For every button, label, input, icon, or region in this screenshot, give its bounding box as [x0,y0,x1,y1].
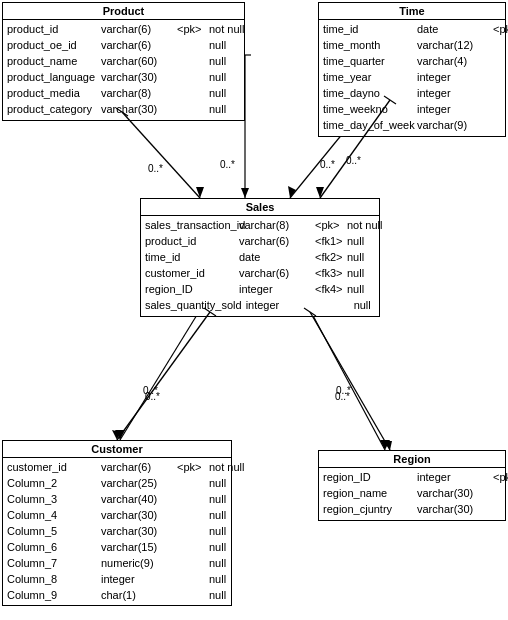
entity-product-title: Product [3,3,244,20]
svg-marker-4 [288,186,296,198]
label-sales-region: 0..* [335,391,350,402]
entity-sales-body: sales_transaction_id varchar(8) <pk> not… [141,216,379,316]
multiplicity-sales-region: 0..* [336,385,351,396]
table-row: customer_id varchar(6) <fk3> null [145,266,375,282]
table-row: sales_transaction_id varchar(8) <pk> not… [145,218,375,234]
table-row: product_id varchar(6) <fk1> null [145,234,375,250]
entity-customer-body: customer_id varchar(6) <pk> not null Col… [3,458,231,605]
table-row: product_media varchar(8) null [7,86,240,102]
table-row: product_id varchar(6) <pk> not null [7,22,240,38]
table-row: time_quarter varchar(4) n [323,54,501,70]
svg-marker-1 [241,188,249,198]
multiplicity-sales-customer: 0..* [143,385,158,396]
table-row: Column_3 varchar(40) null [7,492,227,508]
svg-marker-19 [384,441,392,450]
table-row: time_year integer n [323,70,501,86]
svg-line-15 [117,312,210,440]
entity-customer-title: Customer [3,441,231,458]
diagram: 0..* 0..* 0..* 0..* Product product_id v… [0,0,508,620]
multiplicity-product-sales: 0..* [148,163,163,174]
table-row: time_id date <fk2> null [145,250,375,266]
svg-line-18 [310,312,390,450]
entity-time: Time time_id date <pk> n time_month varc… [318,2,506,137]
table-row: product_oe_id varchar(6) null [7,38,240,54]
table-row: time_month varchar(12) n [323,38,501,54]
table-row: Column_5 varchar(30) null [7,524,227,540]
svg-marker-8 [380,440,390,450]
table-row: region_ID integer <fk4> null [145,282,375,298]
table-row: region_cjuntry varchar(30) null [323,502,501,518]
table-row: product_name varchar(60) null [7,54,240,70]
table-row: time_weekno integer n [323,102,501,118]
table-row: Column_8 integer null [7,572,227,588]
label-sales-customer: 0..* [145,391,160,402]
table-row: Column_2 varchar(25) null [7,476,227,492]
entity-time-title: Time [319,3,505,20]
multiplicity-time-sales: 0..* [346,155,361,166]
table-row: Column_7 numeric(9) null [7,556,227,572]
entity-product: Product product_id varchar(6) <pk> not n… [2,2,245,121]
entity-sales-title: Sales [141,199,379,216]
table-row: region_ID integer <pk> not null [323,470,501,486]
table-row: customer_id varchar(6) <pk> not null [7,460,227,476]
entity-sales: Sales sales_transaction_id varchar(8) <p… [140,198,380,317]
svg-line-9 [122,112,200,198]
svg-marker-6 [115,430,125,440]
label-product-sales: 0..* [220,159,235,170]
table-row: product_language varchar(30) null [7,70,240,86]
svg-marker-13 [316,187,324,198]
table-row: Column_6 varchar(15) null [7,540,227,556]
entity-region-title: Region [319,451,505,468]
entity-product-body: product_id varchar(6) <pk> not null prod… [3,20,244,120]
table-row: time_id date <pk> n [323,22,501,38]
svg-marker-16 [112,430,120,440]
table-row: Column_4 varchar(30) null [7,508,227,524]
table-row: sales_quantity_sold integer null [145,298,375,314]
table-row: product_category varchar(30) null [7,102,240,118]
table-row: time_day_of_week varchar(9) n [323,118,501,134]
table-row: Column_9 char(1) null [7,588,227,604]
table-row: region_name varchar(30) not null [323,486,501,502]
table-row: time_dayno integer n [323,86,501,102]
svg-line-7 [310,310,385,450]
svg-line-5 [120,310,200,440]
entity-customer: Customer customer_id varchar(6) <pk> not… [2,440,232,606]
label-time-sales: 0..* [320,159,335,170]
svg-marker-10 [196,187,204,198]
entity-region-body: region_ID integer <pk> not null region_n… [319,468,505,520]
entity-region: Region region_ID integer <pk> not null r… [318,450,506,521]
entity-time-body: time_id date <pk> n time_month varchar(1… [319,20,505,136]
